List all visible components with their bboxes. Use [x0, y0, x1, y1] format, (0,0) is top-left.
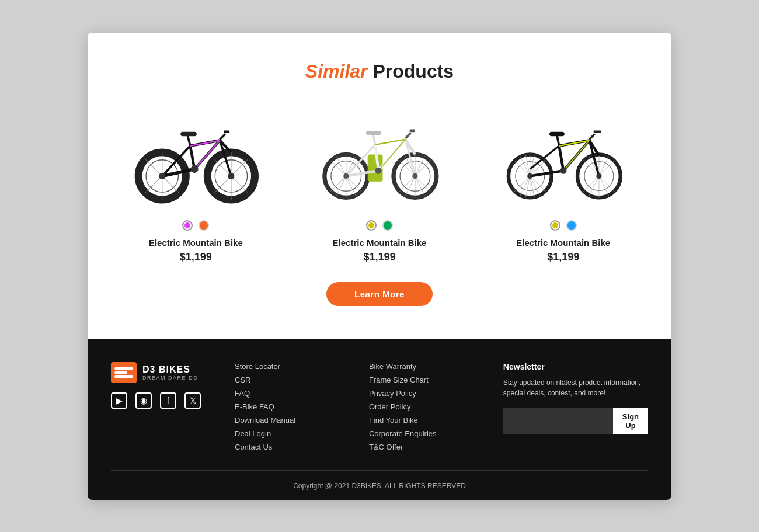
product-2-swatches	[366, 220, 393, 231]
footer-link-faq[interactable]: FAQ	[235, 389, 350, 398]
electric-bike-svg	[309, 112, 450, 205]
newsletter-desc: Stay updated on nlatest product informat…	[503, 377, 648, 398]
product-card-2: Electric Mountain Bike $1,199	[295, 106, 465, 263]
brand-text: D3 BIKES DREAM DARE DO	[142, 364, 199, 381]
svg-point-25	[191, 165, 199, 173]
swatch-3-2[interactable]	[566, 220, 577, 231]
section-title: Similar Products	[111, 61, 648, 82]
product-2-name: Electric Mountain Bike	[333, 238, 427, 248]
footer-link-csr[interactable]: CSR	[235, 375, 350, 384]
svg-point-26	[159, 172, 166, 179]
svg-rect-96	[114, 371, 127, 374]
product-image-3	[478, 106, 648, 211]
product-2-price: $1,199	[363, 251, 395, 263]
road-bike-svg	[493, 112, 633, 205]
svg-line-88	[557, 135, 559, 145]
swatch-2-2[interactable]	[382, 220, 393, 231]
facebook-icon[interactable]: f	[160, 392, 176, 409]
footer-link-download-manual[interactable]: Download Manual	[235, 416, 350, 425]
fat-bike-svg	[126, 112, 266, 205]
newsletter-form: Sign Up	[503, 408, 648, 434]
product-3-name: Electric Mountain Bike	[516, 238, 610, 248]
product-3-price: $1,199	[547, 251, 579, 263]
svg-line-52	[405, 133, 410, 138]
swatch-1-1[interactable]	[182, 220, 193, 231]
instagram-icon[interactable]: ◉	[135, 392, 152, 409]
learn-more-wrap: Learn More	[111, 282, 648, 306]
footer-link-store-locator[interactable]: Store Locator	[235, 362, 350, 371]
newsletter-input[interactable]	[503, 408, 613, 434]
newsletter-title: Newsletter	[503, 362, 648, 371]
logo-icon	[111, 362, 137, 383]
svg-line-80	[530, 145, 559, 169]
footer-link-bike-warranty[interactable]: Bike Warranty	[369, 362, 485, 371]
svg-rect-55	[366, 130, 381, 134]
svg-line-19	[220, 134, 225, 139]
footer: D3 BIKES DREAM DARE DO ▶ ◉ f 𝕏 Store Loc…	[88, 339, 671, 500]
product-1-price: $1,199	[180, 251, 212, 263]
svg-line-79	[530, 171, 563, 176]
brand-tagline: DREAM DARE DO	[142, 375, 199, 381]
footer-link-privacy-policy[interactable]: Privacy Policy	[369, 389, 485, 398]
footer-links-col-1: Store Locator CSR FAQ E-Bike FAQ Downloa…	[235, 362, 350, 451]
product-card-1: Electric Mountain Bike $1,199	[111, 106, 281, 263]
youtube-icon[interactable]: ▶	[111, 392, 127, 409]
brand-logo: D3 BIKES DREAM DARE DO	[111, 362, 216, 383]
svg-line-21	[187, 135, 190, 145]
footer-link-ebike-faq[interactable]: E-Bike FAQ	[235, 402, 350, 411]
footer-bottom: Copyright @ 2021 D3BIKES, ALL RIGHTS RES…	[111, 470, 648, 500]
learn-more-button[interactable]: Learn More	[326, 282, 433, 306]
title-similar: Similar	[305, 61, 368, 82]
footer-link-corporate-enquiries[interactable]: Corporate Enquiries	[369, 429, 485, 438]
footer-main: D3 BIKES DREAM DARE DO ▶ ◉ f 𝕏 Store Loc…	[111, 362, 648, 470]
products-grid: Electric Mountain Bike $1,199	[111, 106, 648, 263]
svg-point-58	[375, 167, 382, 173]
logo-svg	[113, 364, 134, 381]
footer-copyright: Copyright @ 2021 D3BIKES, ALL RIGHTS RES…	[293, 482, 466, 490]
footer-links-col-2: Bike Warranty Frame Size Chart Privacy P…	[369, 362, 485, 451]
brand-name: D3 BIKES	[142, 364, 199, 375]
newsletter-signup-button[interactable]: Sign Up	[613, 408, 648, 434]
footer-link-deal-login[interactable]: Deal Login	[235, 429, 350, 438]
svg-line-86	[589, 134, 594, 139]
svg-point-60	[412, 173, 417, 178]
swatch-1-2[interactable]	[199, 220, 209, 231]
footer-link-order-policy[interactable]: Order Policy	[369, 402, 485, 411]
svg-rect-97	[114, 375, 133, 378]
svg-rect-22	[180, 131, 197, 135]
product-1-swatches	[182, 220, 209, 231]
svg-line-54	[373, 134, 375, 144]
product-3-swatches	[550, 220, 577, 231]
svg-rect-89	[549, 131, 565, 135]
svg-rect-95	[114, 367, 133, 370]
svg-line-81	[559, 145, 563, 170]
product-image-1	[111, 106, 281, 211]
svg-point-94	[596, 173, 601, 178]
product-card-3: Electric Mountain Bike $1,199	[478, 106, 648, 263]
svg-point-27	[228, 172, 235, 179]
footer-brand: D3 BIKES DREAM DARE DO ▶ ◉ f 𝕏	[111, 362, 216, 451]
twitter-icon[interactable]: 𝕏	[184, 392, 201, 409]
product-1-name: Electric Mountain Bike	[149, 238, 243, 248]
footer-newsletter: Newsletter Stay updated on nlatest produ…	[503, 362, 648, 451]
svg-point-93	[527, 173, 532, 178]
title-products: Products	[368, 61, 454, 82]
footer-link-frame-size-chart[interactable]: Frame Size Chart	[369, 375, 485, 384]
footer-link-find-your-bike[interactable]: Find Your Bike	[369, 416, 485, 425]
social-icons: ▶ ◉ f 𝕏	[111, 392, 216, 409]
product-image-2	[295, 106, 465, 211]
swatch-2-1[interactable]	[366, 220, 377, 231]
footer-link-contact-us[interactable]: Contact Us	[235, 443, 350, 451]
svg-point-59	[343, 173, 349, 178]
swatch-3-1[interactable]	[550, 220, 560, 231]
footer-link-tc-offer[interactable]: T&C Offer	[369, 443, 485, 451]
similar-products-section: Similar Products	[88, 33, 671, 339]
svg-point-92	[560, 167, 566, 173]
